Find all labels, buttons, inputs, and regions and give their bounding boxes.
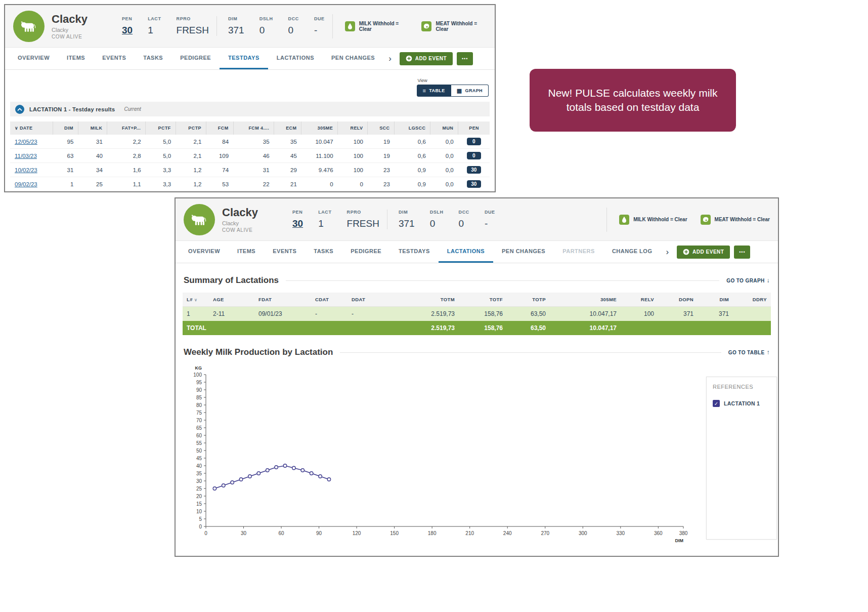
stat-dslh: DSLH0 [252,16,281,36]
summary-cell: - [348,307,394,321]
column-header-ddat[interactable]: DDAT [348,293,394,307]
column-header-totm[interactable]: TOTM [394,293,459,307]
tabs: OVERVIEWITEMSEVENTSTASKSPEDIGREETESTDAYS… [9,48,383,69]
column-header-mun[interactable]: MUN [430,121,458,135]
withhold-badge: MILK Withhold = Clear [619,215,687,225]
cow-identity: Clacky Clacky COW ALIVE [222,206,277,233]
testday-date-link[interactable]: 12/05/23 [15,139,37,145]
column-header-fdat[interactable]: FDAT [254,293,311,307]
tab-events[interactable]: EVENTS [264,241,305,263]
go-to-table-link[interactable]: GO TO TABLE ↑ [728,349,770,356]
column-header-pctp[interactable]: PCTP [176,121,206,135]
tab-change-log[interactable]: CHANGE LOG [603,241,661,263]
tab-overview[interactable]: OVERVIEW [180,241,229,263]
reference-item[interactable]: ✓LACTATION 1 [713,400,770,407]
column-header-dim[interactable]: DIM [698,293,733,307]
column-header-totp[interactable]: TOTP [507,293,550,307]
testday-value-cell: 1,1 [107,177,146,191]
column-header-dim[interactable]: DIM [53,121,78,135]
view-graph-button[interactable]: ▦GRAPH [451,85,489,97]
column-header-relv[interactable]: RELV [621,293,658,307]
testday-value-cell: 10.047 [301,135,338,149]
column-header-fcm[interactable]: FCM [206,121,233,135]
testday-value-cell: 0,0 [430,135,458,149]
tab-items[interactable]: ITEMS [229,241,264,263]
tab-lactations[interactable]: LACTATIONS [439,241,493,263]
tab-tasks[interactable]: TASKS [135,48,171,69]
testday-value-cell: 5,0 [146,135,176,149]
tab-pen-changes[interactable]: PEN CHANGES [493,241,554,263]
column-header-cdat[interactable]: CDAT [311,293,348,307]
column-header-pen[interactable]: PEN [458,121,490,135]
total-row: TOTAL2.519,73158,7663,5010.047,17 [183,321,771,335]
meat-icon [421,21,431,31]
add-event-button[interactable]: ADD EVENT [400,52,453,65]
tab-partners[interactable]: PARTNERS [554,241,603,263]
add-event-button[interactable]: ADD EVENT [677,246,730,259]
collapse-chevron-icon[interactable] [15,105,24,114]
svg-text:240: 240 [503,531,512,536]
svg-text:90: 90 [196,387,202,393]
total-cell [698,321,733,335]
column-header-ecm[interactable]: ECM [274,121,301,135]
tab-pedigree[interactable]: PEDIGREE [171,48,220,69]
chevron-right-icon[interactable]: › [383,54,397,64]
column-header-lgscc[interactable]: LGSCC [395,121,430,135]
column-header-dopn[interactable]: DOPN [658,293,698,307]
checkbox-checked-icon[interactable]: ✓ [713,400,720,407]
stat-value: - [314,25,325,36]
testday-date-link[interactable]: 09/02/23 [15,181,37,187]
go-to-graph-link[interactable]: GO TO GRAPH ↓ [726,277,770,284]
testday-value-cell: 34 [78,163,107,177]
tab-pen-changes[interactable]: PEN CHANGES [323,48,383,69]
more-actions-button[interactable]: ••• [734,246,750,259]
tab-overview[interactable]: OVERVIEW [9,48,58,69]
testday-value-cell: 0,6 [395,135,430,149]
stat-pen[interactable]: PEN30 [285,210,311,229]
summary-cell [733,307,771,321]
column-header-totf[interactable]: TOTF [459,293,507,307]
testday-date-link[interactable]: 11/03/23 [15,153,37,159]
testday-value-cell: 2,1 [176,135,206,149]
tab-pedigree[interactable]: PEDIGREE [342,241,390,263]
column-header-scc[interactable]: SCC [368,121,395,135]
column-header-ddry[interactable]: DDRY [733,293,771,307]
column-header-age[interactable]: AGE [209,293,254,307]
svg-text:60: 60 [196,433,202,438]
column-header-l-[interactable]: L#∨ [183,293,209,307]
column-header-305me[interactable]: 305ME [301,121,338,135]
column-header-milk[interactable]: MILK [78,121,107,135]
view-toggle: ≡TABLE▦GRAPH [417,85,489,97]
column-header-date[interactable]: ∨ DATE [10,121,53,135]
tab-items[interactable]: ITEMS [58,48,94,69]
tab-testdays[interactable]: TESTDAYS [390,241,439,263]
view-table-button[interactable]: ≡TABLE [417,85,451,97]
column-header-pctf[interactable]: PCTF [146,121,176,135]
tab-testdays[interactable]: TESTDAYS [220,48,268,69]
total-cell: 2.519,73 [394,321,459,335]
testday-value-cell: 19 [368,149,395,163]
testday-value-cell: 25 [78,177,107,191]
stat-pen[interactable]: PEN30 [114,16,140,36]
chevron-right-icon[interactable]: › [661,247,674,257]
total-cell: 158,76 [459,321,507,335]
tab-lactations[interactable]: LACTATIONS [268,48,323,69]
section-current-tag: Current [124,106,141,112]
testday-date-link[interactable]: 10/02/23 [15,167,37,173]
testday-value-cell: 5,0 [146,149,176,163]
stat-label: DIM [399,210,415,215]
column-header-fat-p-[interactable]: FAT+P... [107,121,146,135]
more-actions-button[interactable]: ••• [457,52,473,65]
svg-text:15: 15 [196,501,202,507]
tab-bar: OVERVIEWITEMSEVENTSTASKSPEDIGREETESTDAYS… [5,48,495,70]
tab-tasks[interactable]: TASKS [305,241,342,263]
column-header-305me[interactable]: 305ME [550,293,621,307]
tab-events[interactable]: EVENTS [94,48,135,69]
column-header-fcm-4-[interactable]: FCM 4.... [233,121,274,135]
column-header-relv[interactable]: RELV [338,121,368,135]
summary-cell: - [311,307,348,321]
stat-value: 0 [288,25,299,36]
total-cell [209,321,254,335]
annotation-callout: New! PULSE calculates weekly milk totals… [530,69,736,132]
withhold-label: MEAT Withhold = Clear [436,21,487,32]
